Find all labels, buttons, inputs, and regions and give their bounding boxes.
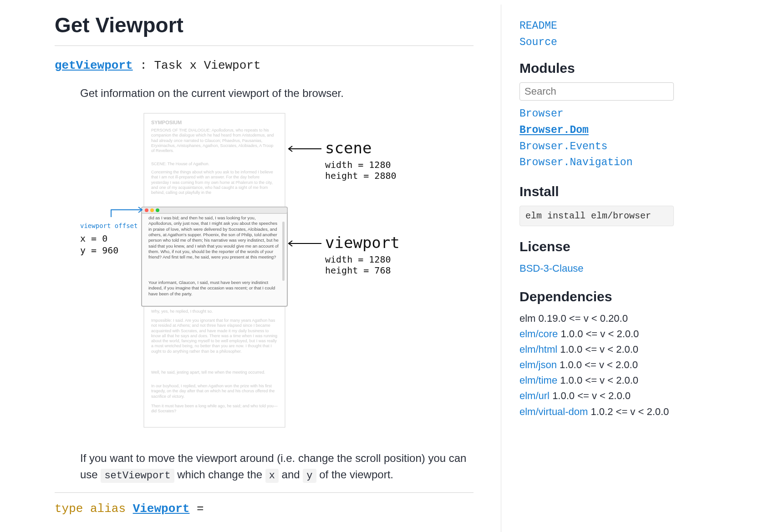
viewport-type-link[interactable]: Viewport [133, 502, 190, 516]
dep-elm-version: 0.19.0 <= v < 0.20.0 [535, 313, 627, 324]
diagram-faded-para8: Then it must have been a long while ago,… [151, 404, 278, 414]
diagram-svg: SYMPOSIUM PERSONS OF THE DIALOGUE: Apoll… [80, 109, 435, 432]
diagram-faded-para1: PERSONS OF THE DIALOGUE: Apollodorus, wh… [151, 128, 278, 153]
offset-y: y = 960 [80, 245, 118, 256]
dep-elm-name: elm [519, 313, 535, 324]
dep-json-link[interactable]: elm/json [519, 359, 557, 370]
function-name-link[interactable]: getViewport [55, 59, 133, 72]
dep-vdom: elm/virtual-dom 1.0.2 <= v < 2.0.0 [519, 404, 674, 420]
diagram-faded-para5: Impossible: I said. Are you ignorant tha… [151, 318, 278, 354]
description-2: If you want to move the viewport around … [55, 450, 474, 483]
y-code: y [303, 469, 316, 483]
dep-json: elm/json 1.0.0 <= v < 2.0.0 [519, 357, 674, 373]
main-content: Get Viewport getViewport : Task x Viewpo… [0, 5, 501, 532]
diagram-faded-para7: In our boyhood, I replied, when Agathon … [151, 384, 278, 399]
dep-time-link[interactable]: elm/time [519, 375, 557, 386]
dep-url-link[interactable]: elm/url [519, 390, 550, 401]
next-sig-kw: type alias [55, 502, 133, 516]
description-1: Get information on the current viewport … [55, 85, 474, 101]
dep-url-version: 1.0.0 <= v < 2.0.0 [550, 390, 631, 401]
desc2-post: of the viewport. [316, 468, 393, 481]
next-type-signature: type alias Viewport = [55, 492, 474, 516]
setviewport-code: setViewport [101, 469, 174, 483]
dep-time: elm/time 1.0.0 <= v < 2.0.0 [519, 373, 674, 388]
dep-url: elm/url 1.0.0 <= v < 2.0.0 [519, 388, 674, 404]
diagram-vp-para1: did as I was bid; and then he said, I wa… [148, 215, 280, 260]
scene-height: height = 2880 [325, 170, 397, 181]
search-input[interactable] [519, 82, 674, 101]
dep-elm: elm 0.19.0 <= v < 0.20.0 [519, 311, 674, 326]
dep-html-version: 1.0.0 <= v < 2.0.0 [557, 344, 638, 355]
desc2-mid: which change the [174, 468, 265, 481]
dep-core: elm/core 1.0.0 <= v < 2.0.0 [519, 326, 674, 342]
offset-x: x = 0 [80, 233, 107, 244]
install-command: elm install elm/browser [519, 206, 674, 226]
section-divider [55, 46, 474, 46]
module-browser-events[interactable]: Browser.Events [519, 139, 674, 155]
modules-heading: Modules [519, 61, 674, 76]
diagram-faded-para4: Why, yes, he replied, I thought so. [151, 309, 278, 314]
signature-type: Task x Viewport [154, 59, 260, 72]
x-code: x [265, 469, 279, 483]
diagram-vp-para2: Your informant, Glaucon, I said, must ha… [148, 280, 280, 297]
svg-point-4 [150, 208, 154, 212]
dep-vdom-version: 1.0.2 <= v < 2.0.0 [588, 406, 669, 417]
diagram-doc-title: SYMPOSIUM [151, 120, 182, 125]
offset-label: viewport offset [80, 222, 137, 229]
license-heading: License [519, 239, 674, 254]
viewport-width: width = 1280 [325, 254, 391, 265]
svg-rect-2 [142, 207, 287, 213]
dep-html: elm/html 1.0.0 <= v < 2.0.0 [519, 342, 674, 357]
diagram-faded-para3: Concerning the things about which you as… [151, 170, 278, 195]
module-browser-dom[interactable]: Browser.Dom [519, 122, 674, 139]
desc2-and: and [279, 468, 303, 481]
diagram-faded-para6: Well, he said, jesting apart, tell me wh… [151, 370, 278, 375]
svg-rect-6 [282, 222, 285, 281]
install-heading: Install [519, 184, 674, 199]
function-signature: getViewport : Task x Viewport [55, 59, 474, 72]
next-sig-eq: = [189, 502, 204, 516]
module-browser[interactable]: Browser [519, 106, 674, 122]
dep-core-link[interactable]: elm/core [519, 328, 558, 339]
viewport-height: height = 768 [325, 265, 391, 276]
viewport-label: viewport [325, 233, 400, 252]
scene-width: width = 1280 [325, 159, 391, 170]
dep-json-version: 1.0.0 <= v < 2.0.0 [557, 359, 638, 370]
source-link[interactable]: Source [519, 35, 674, 51]
svg-point-5 [156, 208, 159, 212]
page-title: Get Viewport [55, 13, 474, 37]
license-link[interactable]: BSD-3-Clause [519, 261, 674, 276]
dep-time-version: 1.0.0 <= v < 2.0.0 [557, 375, 638, 386]
dep-html-link[interactable]: elm/html [519, 344, 557, 355]
readme-link[interactable]: README [519, 18, 674, 35]
diagram-faded-para2: SCENE: The House of Agathon. [151, 162, 278, 167]
dep-vdom-link[interactable]: elm/virtual-dom [519, 406, 588, 417]
viewport-diagram: SYMPOSIUM PERSONS OF THE DIALOGUE: Apoll… [55, 109, 474, 432]
signature-colon: : [133, 59, 154, 72]
module-browser-navigation[interactable]: Browser.Navigation [519, 155, 674, 171]
dependencies-heading: Dependencies [519, 289, 674, 304]
scene-label: scene [325, 139, 372, 157]
sidebar: README Source Modules Browser Browser.Do… [501, 5, 692, 532]
svg-point-3 [145, 208, 148, 212]
dep-core-version: 1.0.0 <= v < 2.0.0 [558, 328, 639, 339]
